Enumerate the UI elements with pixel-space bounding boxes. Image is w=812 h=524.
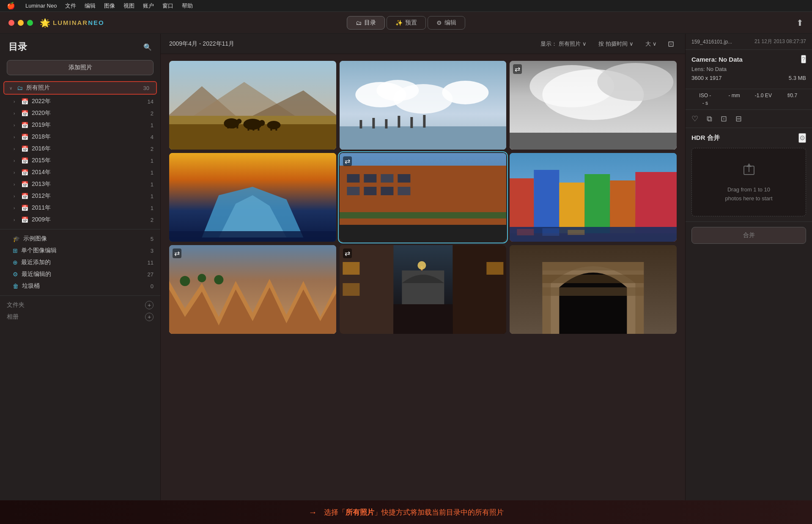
svg-rect-32: [423, 115, 425, 128]
svg-rect-11: [236, 124, 238, 128]
split-view-button[interactable]: ⊡: [665, 38, 677, 50]
photo-thumb-6[interactable]: [510, 153, 677, 242]
svg-rect-31: [410, 117, 413, 128]
apple-menu[interactable]: 🍎: [7, 2, 15, 10]
maximize-button[interactable]: [27, 20, 33, 26]
hdr-merge-button: 合并: [691, 227, 806, 244]
photo-thumb-8[interactable]: ⇄: [340, 245, 507, 334]
svg-point-18: [267, 121, 280, 129]
add-album-button[interactable]: +: [145, 313, 154, 321]
sidebar-item-2015[interactable]: › 📅 2015年 1: [0, 155, 160, 166]
menu-luminar[interactable]: Luminar Neo: [25, 3, 57, 9]
add-photos-button[interactable]: 添加照片: [7, 60, 154, 75]
display-dropdown[interactable]: 显示： 所有照片 ∨: [537, 38, 590, 49]
hdr-settings-button[interactable]: ⚙: [798, 133, 806, 143]
sidebar-title: 目录: [8, 41, 27, 53]
menu-edit[interactable]: 编辑: [85, 2, 96, 10]
share-button[interactable]: ⬆: [796, 18, 804, 28]
svg-rect-10: [232, 124, 234, 128]
sidebar-item-2011[interactable]: › 📅 2011年 1: [0, 202, 160, 214]
sidebar-item-2014[interactable]: › 📅 2014年 1: [0, 166, 160, 178]
photo-thumb-5[interactable]: ⇄: [340, 153, 507, 242]
photo-thumb-2[interactable]: [340, 61, 507, 150]
fstop-stat: f/0.7: [779, 93, 806, 98]
svg-point-71: [214, 275, 223, 284]
minimize-button[interactable]: [18, 20, 24, 26]
iso-stat: ISO -: [691, 93, 719, 98]
size-dropdown[interactable]: 大 ∨: [642, 38, 660, 49]
chevron-icon: ›: [14, 111, 19, 116]
photo-thumb-9[interactable]: [510, 245, 677, 334]
copy-button[interactable]: ⧉: [707, 115, 712, 123]
all-photos-count: 30: [137, 85, 149, 91]
sidebar-item-2013[interactable]: › 📅 2013年 1: [0, 178, 160, 190]
sidebar-item-single-edit[interactable]: ⊞ 单个图像编辑 3: [0, 245, 160, 257]
edit-indicator-icon: ⇄: [343, 156, 352, 166]
edit-indicator-icon: ⇄: [343, 248, 352, 258]
sort-dropdown[interactable]: 按 拍摄时间 ∨: [595, 38, 637, 49]
chevron-icon: ∨: [9, 86, 15, 90]
svg-point-36: [598, 63, 674, 101]
chevron-icon: ›: [14, 147, 19, 151]
sidebar-item-2012[interactable]: › 📅 2012年 1: [0, 190, 160, 202]
sidebar-item-2019[interactable]: › 📅 2019年 1: [0, 119, 160, 131]
help-button[interactable]: ?: [801, 55, 806, 63]
hdr-drop-zone[interactable]: Drag from 1 to 10photos here to start: [691, 148, 806, 216]
heart-button[interactable]: ♡: [691, 114, 698, 123]
resolution-value: 3600 x 1917: [691, 75, 722, 81]
svg-rect-19: [270, 127, 272, 131]
edit-icon: ⚙: [436, 19, 442, 26]
photo-thumb-4[interactable]: [169, 153, 336, 242]
svg-rect-74: [453, 245, 506, 334]
calendar-icon: 📅: [21, 193, 28, 199]
edit-indicator-icon: ⇄: [173, 248, 181, 258]
svg-rect-15: [252, 126, 254, 131]
menu-file[interactable]: 文件: [65, 2, 76, 10]
camera-meta-section: Camera: No Data ? Lens: No Data 3600 x 1…: [686, 50, 812, 89]
sidebar-item-trash[interactable]: 🗑 垃圾桶 0: [0, 280, 160, 292]
sidebar-item-recent-added[interactable]: ⊕ 最近添加的 11: [0, 257, 160, 268]
search-icon[interactable]: 🔍: [143, 43, 152, 51]
tab-catalog[interactable]: 🗂 目录: [347, 16, 385, 30]
resolution-row: 3600 x 1917 5.3 MB: [691, 75, 806, 81]
close-button[interactable]: [8, 20, 14, 26]
calendar-icon: 📅: [21, 216, 28, 223]
svg-rect-51: [381, 187, 393, 195]
catalog-icon: 🗂: [356, 19, 362, 26]
sidebar-item-2009[interactable]: › 📅 2009年 2: [0, 214, 160, 226]
svg-rect-48: [398, 174, 410, 183]
compare-button[interactable]: ⊡: [721, 114, 727, 123]
sidebar-item-2018[interactable]: › 📅 2018年 4: [0, 131, 160, 143]
menu-window[interactable]: 窗口: [162, 2, 173, 10]
photo-thumb-3[interactable]: ⇄: [510, 61, 677, 150]
chevron-down-icon: ∨: [653, 41, 657, 47]
sidebar-item-2016[interactable]: › 📅 2016年 2: [0, 143, 160, 155]
sidebar-item-all-photos[interactable]: ∨ 🗂 所有照片 30: [3, 81, 157, 95]
menu-view[interactable]: 视图: [123, 2, 134, 10]
chevron-icon: ›: [14, 170, 19, 175]
logo-text: LUMINARNEO: [53, 19, 104, 27]
sidebar-item-2020[interactable]: › 📅 2020年 2: [0, 107, 160, 119]
add-folder-button[interactable]: +: [145, 301, 154, 309]
svg-rect-58: [560, 183, 585, 233]
menu-image[interactable]: 图像: [104, 2, 115, 10]
chevron-icon: ›: [14, 123, 19, 128]
photo-thumb-7[interactable]: ⇄: [169, 245, 336, 334]
svg-rect-30: [398, 116, 400, 128]
svg-rect-85: [543, 275, 644, 283]
sidebar-item-recent-edited[interactable]: ⚙ 最近编辑的 27: [0, 268, 160, 280]
flag-button[interactable]: ⊟: [735, 114, 742, 123]
presets-icon: ✨: [395, 19, 403, 26]
svg-point-17: [259, 120, 265, 126]
svg-rect-56: [510, 178, 534, 233]
menu-help[interactable]: 帮助: [182, 2, 193, 10]
sidebar-item-2022[interactable]: › 📅 2022年 14: [0, 96, 160, 107]
menu-account[interactable]: 账户: [143, 2, 154, 10]
photo-thumb-1[interactable]: [169, 61, 336, 150]
file-name: 159_4316101.jp...: [691, 39, 732, 45]
sliders-icon: ⚙: [13, 271, 18, 278]
svg-rect-64: [543, 228, 560, 236]
sidebar-item-examples[interactable]: 🎓 示例图像 5: [0, 233, 160, 245]
tab-presets[interactable]: ✨ 预置: [387, 16, 426, 30]
tab-edit[interactable]: ⚙ 编辑: [428, 16, 465, 30]
